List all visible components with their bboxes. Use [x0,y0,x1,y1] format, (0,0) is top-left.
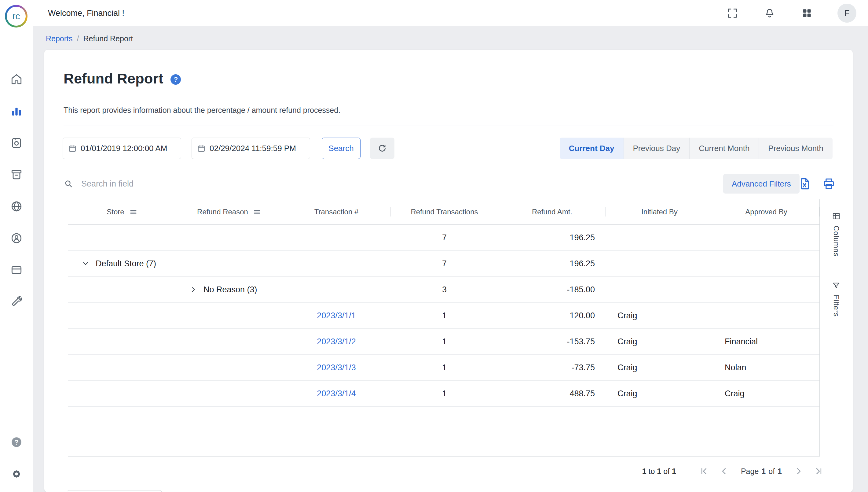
sidebar-item-customers[interactable] [0,222,33,254]
chevron-right-icon[interactable] [189,286,198,294]
advanced-filters-button[interactable]: Advanced Filters [723,174,799,194]
col-label: Initiated By [641,207,678,216]
cell-refund-amt: 120.00 [498,311,606,320]
col-header-refund-amt[interactable]: Refund Amt. [498,199,606,224]
sidebar-nav [0,63,33,318]
first-page-icon [699,467,709,476]
date-from-field[interactable] [63,138,181,159]
side-tab-label: Columns [832,226,841,257]
export-excel-button[interactable] [797,176,813,192]
home-icon [10,72,23,86]
column-menu-icon[interactable] [253,208,261,216]
fullscreen-icon [726,7,738,19]
sidebar-item-globe[interactable] [0,191,33,222]
date-from-input[interactable] [81,144,181,153]
column-menu-icon[interactable] [129,208,137,216]
col-header-store[interactable]: Store [68,199,176,224]
side-tab-columns[interactable]: Columns [820,199,853,269]
previous-page-button[interactable] [718,465,730,477]
sidebar-item-settings[interactable] [0,458,33,490]
app-logo[interactable]: rc [5,5,27,27]
col-label: Store [107,207,124,216]
col-header-refund-reason[interactable]: Refund Reason [176,199,282,224]
last-page-button[interactable] [813,465,824,477]
table-bottom-border [68,456,819,457]
cell-initiated-by: Craig [606,337,713,346]
transaction-link[interactable]: 2023/3/1/3 [317,363,356,372]
table-row-group-store: Default Store (7) 7 196.25 [68,251,819,277]
table-row-txn: 2023/3/1/1 1 120.00 Craig [68,303,819,329]
date-to-field[interactable] [191,138,310,159]
notifications-button[interactable] [763,6,777,20]
svg-text:?: ? [15,438,19,446]
sidebar-item-inventory[interactable] [0,159,33,191]
breadcrumb-reports-link[interactable]: Reports [46,34,73,43]
quick-filter-previous-day[interactable]: Previous Day [624,138,690,159]
col-label: Refund Reason [197,207,248,216]
col-header-approved-by[interactable]: Approved By [713,199,819,224]
sidebar-item-reports[interactable] [0,95,33,127]
col-header-refund-transactions[interactable]: Refund Transactions [391,199,498,224]
col-label: Refund Transactions [411,207,478,216]
sidebar-item-tools[interactable] [0,286,33,318]
col-header-initiated-by[interactable]: Initiated By [606,199,713,224]
transaction-link[interactable]: 2023/3/1/2 [317,337,356,346]
table-row-txn: 2023/3/1/3 1 -73.75 Craig Nolan [68,355,819,381]
calendar-icon [68,144,77,153]
top-bar: Welcome, Financial ! F [33,0,868,26]
credit-card-icon [10,263,23,277]
col-header-transaction[interactable]: Transaction # [282,199,391,224]
bell-icon [764,7,776,19]
pagination-page-text: Page 1 of 1 [741,467,782,476]
cell-refund-amt: 196.25 [498,233,606,243]
sidebar-item-terminal[interactable] [0,127,33,159]
breadcrumb: Reports / Refund Report [46,34,133,43]
avatar[interactable]: F [838,4,857,23]
first-page-button[interactable] [698,465,710,477]
help-icon: ? [10,436,23,449]
reset-icon [377,143,387,153]
sidebar-item-payments[interactable] [0,254,33,286]
cell-refund-transactions: 1 [391,363,498,372]
group-label[interactable]: Default Store (7) [96,259,156,269]
fullscreen-button[interactable] [726,6,739,20]
quick-filter-current-day[interactable]: Current Day [560,138,624,159]
side-tab-filters[interactable]: Filters [820,269,853,329]
cell-refund-amt: -185.00 [498,285,606,294]
cell-refund-transactions: 7 [391,259,498,269]
print-button[interactable] [821,176,837,192]
bar-chart-icon [10,104,23,118]
report-help-icon[interactable]: ? [170,74,181,85]
sidebar-bottom: ? [0,426,33,490]
pagination: 1 to 1 of 1 Page 1 of 1 [642,461,824,481]
chevron-left-icon [719,467,729,476]
cell-approved-by: Craig [713,389,819,398]
table-row-group-reason: No Reason (3) 3 -185.00 [68,277,819,303]
table-header: Store Refund Reason Transaction # Refund… [68,199,819,225]
transaction-link[interactable]: 2023/3/1/1 [317,311,356,320]
table-row-txn: 2023/3/1/2 1 -153.75 Craig Financial [68,329,819,355]
transaction-link[interactable]: 2023/3/1/4 [317,389,356,398]
pagination-summary: 1 to 1 of 1 [642,467,676,476]
quick-filter-previous-month[interactable]: Previous Month [759,138,833,159]
reset-button[interactable] [370,138,394,159]
sidebar-item-home[interactable] [0,63,33,95]
cell-refund-amt: 488.75 [498,389,606,398]
avatar-initial: F [844,8,849,18]
page-size-selector-partial[interactable] [67,490,162,492]
sidebar-item-help[interactable]: ? [0,426,33,458]
wrench-icon [10,295,23,309]
apps-button[interactable] [800,6,814,20]
terminal-icon [10,136,23,150]
excel-file-icon [798,177,812,191]
group-label[interactable]: No Reason (3) [204,285,257,294]
search-button[interactable]: Search [322,138,361,159]
quick-filter-current-month[interactable]: Current Month [690,138,759,159]
table-search [63,175,253,193]
chevron-down-icon[interactable] [82,260,89,268]
archive-box-icon [10,168,23,181]
page-title: Refund Report [63,70,163,87]
date-to-input[interactable] [210,144,310,153]
next-page-button[interactable] [793,465,805,477]
search-input[interactable] [81,179,253,189]
